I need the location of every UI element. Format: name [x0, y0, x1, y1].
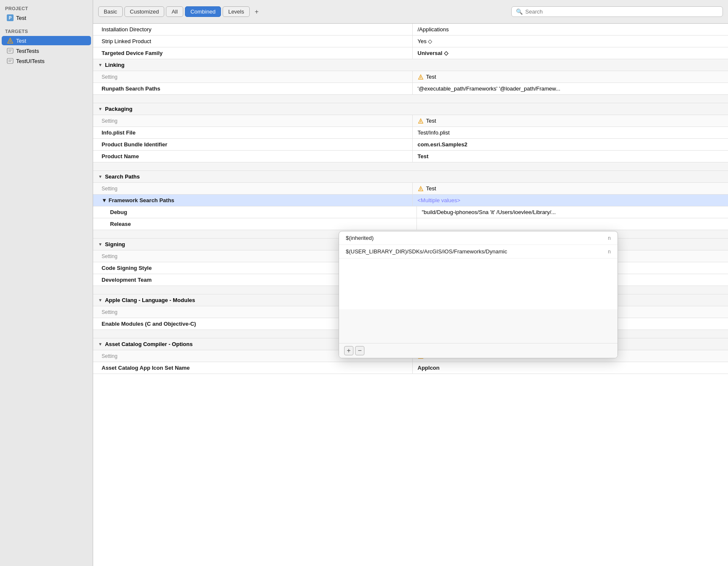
sidebar-item-project[interactable]: P Test: [2, 13, 91, 22]
tab-combined[interactable]: Combined: [185, 6, 221, 17]
popup-row-n: n: [608, 249, 611, 255]
list-item[interactable]: $(USER_LIBRARY_DIR)/SDKs/ArcGIS/iOS/Fram…: [339, 245, 618, 258]
table-row: Installation Directory /Applications: [93, 24, 728, 36]
value-cell: Test: [412, 183, 728, 194]
sidebar: PROJECT P Test TARGETS Test: [0, 0, 93, 566]
value-cell: AppIcon: [412, 362, 728, 374]
table-row: Asset Catalog App Icon Set Name AppIcon: [93, 362, 728, 374]
column-label: Setting: [102, 253, 117, 259]
popup-row-value: $(USER_LIBRARY_DIR)/SDKs/ArcGIS/iOS/Fram…: [346, 248, 604, 255]
setting-cell: Runpath Search Paths: [93, 83, 412, 94]
column-label: Setting: [102, 74, 117, 80]
table-row: Release: [93, 218, 728, 230]
search-icon: 🔍: [516, 8, 523, 15]
tab-all[interactable]: All: [166, 6, 183, 17]
toolbar: Basic Customized All Combined Levels + 🔍: [93, 0, 728, 24]
value-cell: <Multiple values>: [412, 195, 728, 206]
setting-name: Strip Linked Product: [102, 38, 151, 44]
value-text: com.esri.Samples2: [418, 141, 468, 148]
setting-name: Product Bundle Identifier: [102, 141, 167, 148]
main-area: Basic Customized All Combined Levels + 🔍…: [93, 0, 728, 566]
section-linking[interactable]: ▼ Linking: [93, 59, 728, 71]
svg-point-15: [420, 121, 421, 122]
tab-basic[interactable]: Basic: [98, 6, 123, 17]
target-name: Test: [426, 185, 436, 192]
triangle-icon: ▼: [98, 107, 102, 111]
value-text: /Applications: [418, 26, 449, 33]
section-label: Asset Catalog Compiler - Options: [105, 341, 193, 347]
triangle-icon: ▼: [98, 242, 102, 247]
target-header: Test: [418, 118, 436, 124]
section-search-paths[interactable]: ▼ Search Paths: [93, 171, 728, 183]
value-text: "build/Debug-iphoneos/Sna 'it' /Users/io…: [422, 209, 556, 215]
testuitests-icon: [7, 58, 14, 64]
sidebar-testtests-label: TestTests: [16, 48, 39, 54]
value-cell: Test: [412, 115, 728, 126]
setting-cell: Installation Directory: [93, 24, 412, 35]
remove-path-button[interactable]: −: [355, 346, 364, 355]
svg-point-12: [420, 77, 421, 78]
targets-section-label: TARGETS: [0, 26, 93, 36]
setting-cell: ▼ Framework Search Paths: [93, 195, 412, 206]
framework-search-paths-popup: $(inherited) n $(USER_LIBRARY_DIR)/SDKs/…: [339, 231, 618, 358]
popup-footer: + −: [339, 343, 618, 358]
tab-levels[interactable]: Levels: [223, 6, 250, 17]
setting-name: Asset Catalog App Icon Set Name: [102, 365, 190, 371]
setting-name: Targeted Device Family: [102, 50, 163, 56]
column-label: Setting: [102, 118, 117, 124]
target-header: Test: [418, 185, 436, 192]
setting-name: ▼ Framework Search Paths: [102, 197, 174, 203]
add-tab-button[interactable]: +: [251, 6, 262, 17]
value-text: Universal ◇: [418, 50, 448, 56]
popup-row-n: n: [608, 235, 611, 241]
popup-empty-area: [339, 258, 618, 309]
setting-name: Info.plist File: [102, 129, 135, 136]
test-target-icon: [7, 37, 14, 44]
table-row[interactable]: ▼ Framework Search Paths <Multiple value…: [93, 195, 728, 206]
sidebar-item-testtests[interactable]: TestTests: [2, 46, 91, 55]
target-app-icon: [418, 118, 424, 124]
setting-name: Runpath Search Paths: [102, 85, 160, 92]
setting-cell: Release: [93, 218, 416, 230]
table-row: Debug "build/Debug-iphoneos/Sna 'it' /Us…: [93, 206, 728, 218]
search-input[interactable]: [525, 8, 718, 15]
section-packaging[interactable]: ▼ Packaging: [93, 103, 728, 115]
section-spacer: [93, 162, 728, 171]
target-app-icon: [418, 186, 424, 192]
setting-name: Release: [110, 221, 131, 227]
sidebar-test-label: Test: [16, 38, 26, 44]
popup-row-value: $(inherited): [346, 235, 604, 241]
popup-gray-area: [339, 309, 618, 343]
setting-cell: Product Bundle Identifier: [93, 139, 412, 150]
table-row: Setting Test: [93, 183, 728, 195]
value-text: Test/Info.plist: [418, 129, 450, 136]
table-row: Product Name Test: [93, 151, 728, 162]
setting-cell: Setting: [93, 115, 412, 126]
list-item[interactable]: $(inherited) n: [339, 231, 618, 245]
target-name: Test: [426, 118, 436, 124]
svg-point-18: [420, 189, 421, 190]
project-icon: P: [7, 14, 14, 21]
table-row: Setting Test: [93, 115, 728, 127]
setting-cell: Debug: [93, 206, 416, 218]
target-name: Test: [426, 74, 436, 80]
sidebar-item-testuitests[interactable]: TestUITests: [2, 56, 91, 66]
triangle-icon: ▼: [98, 174, 102, 179]
section-label: Signing: [105, 241, 125, 247]
setting-name: Development Team: [102, 277, 152, 283]
svg-text:P: P: [9, 16, 12, 20]
setting-name: Product Name: [102, 153, 139, 159]
setting-name: Installation Directory: [102, 26, 152, 33]
setting-cell: Asset Catalog App Icon Set Name: [93, 362, 412, 374]
popup-content: $(inherited) n $(USER_LIBRARY_DIR)/SDKs/…: [339, 231, 618, 343]
sidebar-item-test[interactable]: Test: [2, 36, 91, 45]
tab-customized[interactable]: Customized: [124, 6, 165, 17]
value-cell: Test: [412, 71, 728, 82]
add-path-button[interactable]: +: [344, 346, 353, 355]
setting-cell: Setting: [93, 71, 412, 82]
settings-content: Installation Directory /Applications Str…: [93, 24, 728, 566]
value-cell: '@executable_path/Frameworks' '@loader_p…: [412, 83, 728, 94]
svg-rect-8: [7, 58, 13, 63]
target-app-icon: [418, 74, 424, 80]
column-label: Setting: [102, 353, 117, 359]
